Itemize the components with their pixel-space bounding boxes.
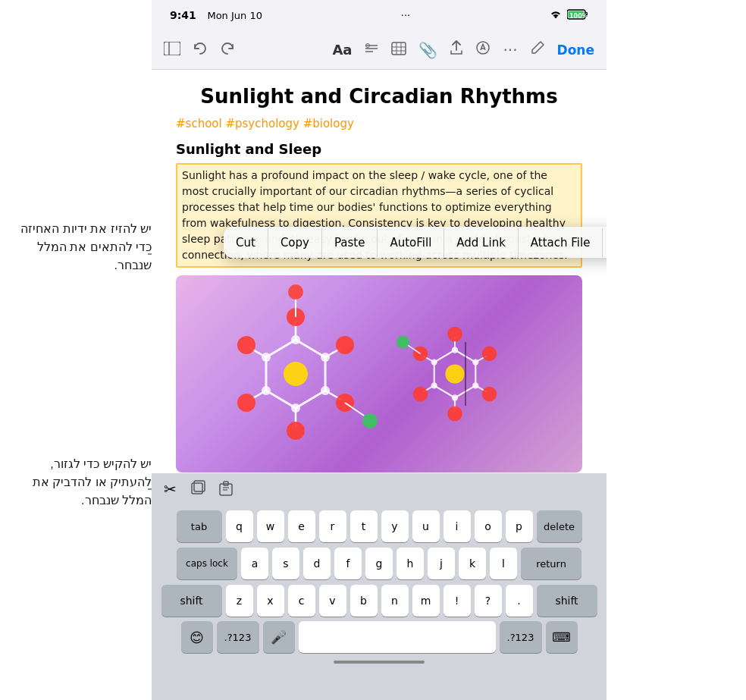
- svg-rect-14: [392, 42, 406, 55]
- copy-shortcut-icon[interactable]: [189, 480, 205, 501]
- key-q[interactable]: q: [226, 510, 253, 542]
- mic-key[interactable]: 🎤: [263, 621, 295, 653]
- svg-point-37: [321, 386, 330, 395]
- home-indicator: [334, 661, 425, 664]
- shift-left-key[interactable]: shift: [161, 585, 222, 617]
- key-u[interactable]: u: [412, 510, 440, 542]
- key-i[interactable]: i: [444, 510, 471, 542]
- shift-right-key[interactable]: shift: [537, 585, 597, 617]
- key-x[interactable]: x: [257, 585, 284, 617]
- svg-point-63: [431, 382, 437, 388]
- pencil-icon[interactable]: [530, 40, 545, 59]
- more-icon[interactable]: ···: [503, 41, 517, 59]
- text-format-icon[interactable]: Aa: [332, 42, 352, 58]
- key-period[interactable]: .: [506, 585, 533, 617]
- attach-icon[interactable]: 📎: [418, 41, 437, 59]
- table-icon[interactable]: [391, 41, 406, 59]
- svg-point-64: [431, 359, 437, 365]
- keyboard-row-4: 😊 .?123 🎤 .?123 ⌨: [152, 618, 607, 654]
- emoji-key[interactable]: 😊: [181, 621, 213, 653]
- numbers-right-key[interactable]: .?123: [500, 621, 542, 653]
- molecule-image: [176, 275, 582, 472]
- key-g[interactable]: g: [365, 548, 393, 579]
- keyboard-switch-key[interactable]: ⌨: [546, 621, 578, 653]
- toolbar: Aa 📎 ··· Done: [152, 30, 607, 70]
- key-m[interactable]: m: [412, 585, 440, 617]
- format-button[interactable]: Format: [603, 228, 607, 257]
- note-title: Sunlight and Circadian Rhythms: [176, 85, 582, 108]
- share-icon[interactable]: [450, 40, 463, 59]
- attach-file-button[interactable]: Attach File: [519, 228, 603, 257]
- autofill-button[interactable]: AutoFill: [378, 228, 444, 257]
- done-button[interactable]: Done: [557, 42, 594, 58]
- key-c[interactable]: c: [288, 585, 315, 617]
- svg-point-35: [291, 335, 300, 344]
- key-l[interactable]: l: [490, 548, 517, 579]
- annotation-top: יש להזיז את ידיות האחיזה כדי להתאים את ה…: [11, 220, 152, 275]
- context-menu: Cut Copy Paste AutoFill Add Link Attach …: [224, 227, 607, 258]
- keyboard-row-2: caps lock a s d f g h j k l return: [152, 544, 607, 581]
- key-b[interactable]: b: [350, 585, 378, 617]
- svg-point-42: [288, 284, 303, 300]
- key-question[interactable]: ?: [475, 585, 502, 617]
- key-r[interactable]: r: [319, 510, 346, 542]
- toolbar-right: Aa 📎 ··· Done: [332, 40, 594, 59]
- undo-icon[interactable]: [193, 41, 208, 59]
- keyboard-shortcuts-bar: ✂: [152, 473, 607, 507]
- cut-button[interactable]: Cut: [224, 228, 268, 257]
- svg-rect-68: [192, 483, 202, 494]
- key-a[interactable]: a: [241, 548, 268, 579]
- checklist-icon[interactable]: [364, 41, 379, 59]
- sidebar-icon[interactable]: [164, 41, 180, 59]
- status-bar: 9:41 Mon Jun 10 ··· 100%: [152, 0, 607, 30]
- page-wrapper: יש להזיז את ידיות האחיזה כדי להתאים את ה…: [0, 0, 746, 700]
- key-o[interactable]: o: [475, 510, 502, 542]
- key-w[interactable]: w: [257, 510, 284, 542]
- note-subtitle: Sunlight and Sleep: [176, 141, 582, 157]
- caps-lock-key[interactable]: caps lock: [177, 548, 237, 579]
- svg-point-39: [262, 386, 271, 395]
- svg-point-34: [284, 362, 308, 386]
- space-key[interactable]: [299, 621, 496, 653]
- key-z[interactable]: z: [226, 585, 253, 617]
- key-p[interactable]: p: [506, 510, 533, 542]
- wifi-icon: [549, 9, 563, 22]
- redo-icon[interactable]: [220, 41, 235, 59]
- annotation-bottom: יש להקיש כדי לגזור, להעתיק או להדביק את …: [11, 455, 152, 510]
- key-f[interactable]: f: [334, 548, 362, 579]
- paste-button[interactable]: Paste: [322, 228, 378, 257]
- shortcuts-left: ✂: [164, 480, 234, 501]
- key-v[interactable]: v: [319, 585, 346, 617]
- markup-icon[interactable]: [475, 40, 491, 59]
- delete-key[interactable]: delete: [537, 510, 582, 542]
- key-n[interactable]: n: [381, 585, 409, 617]
- svg-text:100%: 100%: [569, 13, 588, 20]
- scissors-icon[interactable]: ✂: [164, 480, 177, 501]
- return-key[interactable]: return: [521, 548, 581, 579]
- key-e[interactable]: e: [288, 510, 315, 542]
- svg-point-57: [413, 347, 428, 362]
- tab-key[interactable]: tab: [177, 510, 222, 542]
- key-t[interactable]: t: [350, 510, 378, 542]
- key-s[interactable]: s: [272, 548, 299, 579]
- molecule-left: [237, 284, 378, 440]
- key-y[interactable]: y: [381, 510, 409, 542]
- key-h[interactable]: h: [397, 548, 424, 579]
- svg-point-60: [472, 359, 478, 365]
- paste-shortcut-icon[interactable]: [218, 480, 234, 501]
- numbers-left-key[interactable]: .?123: [217, 621, 259, 653]
- svg-point-58: [445, 364, 464, 383]
- add-link-button[interactable]: Add Link: [444, 228, 519, 257]
- keyboard-row-3: shift z x c v b n m ! ? . shift: [152, 581, 607, 618]
- svg-point-38: [291, 403, 300, 413]
- key-d[interactable]: d: [303, 548, 331, 579]
- key-k[interactable]: k: [459, 548, 486, 579]
- svg-point-31: [287, 422, 305, 440]
- copy-button[interactable]: Copy: [268, 228, 322, 257]
- molecule-svg: [197, 275, 561, 472]
- svg-point-53: [482, 347, 497, 362]
- key-j[interactable]: j: [428, 548, 455, 579]
- key-exclaim[interactable]: !: [444, 585, 471, 617]
- svg-point-32: [237, 394, 255, 412]
- svg-point-59: [452, 347, 458, 353]
